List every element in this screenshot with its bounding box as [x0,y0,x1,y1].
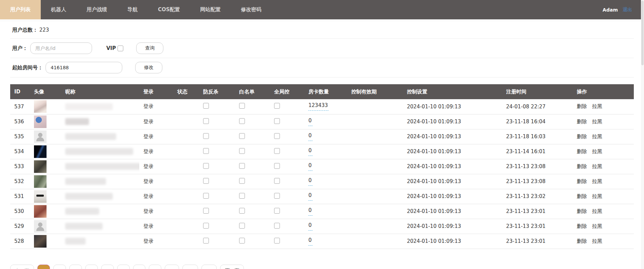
anti-kill-checkbox[interactable] [203,238,209,244]
whitelist-checkbox[interactable] [239,223,245,229]
page-button-7[interactable]: 7 [133,265,146,269]
delete-link[interactable]: 删除 [577,238,587,244]
whitelist-checkbox[interactable] [239,178,245,184]
blacklist-link[interactable]: 拉黑 [592,148,602,155]
delete-link[interactable]: 删除 [577,133,587,140]
global-control-checkbox[interactable] [274,163,280,169]
global-control-checkbox[interactable] [274,103,280,109]
room-cards-value[interactable]: 0 [308,192,312,201]
user-search-input[interactable] [30,42,92,54]
login-link[interactable]: 登录 [143,103,154,109]
login-link[interactable]: 登录 [143,208,154,214]
delete-link[interactable]: 删除 [577,193,587,199]
whitelist-checkbox[interactable] [239,133,245,139]
room-cards-value[interactable]: 0 [308,177,312,186]
anti-kill-checkbox[interactable] [203,118,209,124]
page-button-8[interactable]: 8 [149,265,161,269]
blacklist-link[interactable]: 拉黑 [592,103,602,109]
login-link[interactable]: 登录 [143,119,154,125]
global-control-checkbox[interactable] [274,133,280,139]
blacklist-link[interactable]: 拉黑 [592,238,602,244]
page-button-1[interactable]: 1 [37,265,50,269]
anti-kill-checkbox[interactable] [203,163,209,169]
whitelist-checkbox[interactable] [239,148,245,154]
delete-link[interactable]: 删除 [577,223,587,229]
global-control-checkbox[interactable] [274,178,280,184]
delete-link[interactable]: 删除 [577,163,587,169]
nav-tab-用户列表[interactable]: 用户列表 [0,0,41,19]
nav-tab-机器人[interactable]: 机器人 [41,0,76,19]
page-button-22[interactable]: 22 [182,265,198,269]
login-link[interactable]: 登录 [143,223,154,229]
blacklist-link[interactable]: 拉黑 [592,133,602,140]
login-link[interactable]: 登录 [143,238,154,244]
blacklist-link[interactable]: 拉黑 [592,193,602,199]
global-control-checkbox[interactable] [274,118,280,124]
room-cards-value[interactable]: 0 [308,222,312,231]
search-button[interactable]: 查询 [136,42,163,54]
whitelist-checkbox[interactable] [239,163,245,169]
global-control-checkbox[interactable] [274,148,280,154]
page-button-5[interactable]: 5 [101,265,114,269]
room-number-input[interactable] [46,62,122,73]
delete-link[interactable]: 删除 [577,178,587,184]
page-button-4[interactable]: 4 [85,265,98,269]
anti-kill-checkbox[interactable] [203,223,209,229]
anti-kill-checkbox[interactable] [203,193,209,199]
whitelist-checkbox[interactable] [239,118,245,124]
delete-link[interactable]: 删除 [577,148,587,155]
column-header-房卡数量: 房卡数量 [304,84,347,99]
scrollbar[interactable] [641,0,644,269]
page-button-2[interactable]: 2 [53,265,66,269]
blacklist-link[interactable]: 拉黑 [592,119,602,125]
anti-kill-checkbox[interactable] [203,178,209,184]
login-link[interactable]: 登录 [143,193,154,199]
blacklist-link[interactable]: 拉黑 [592,223,602,229]
global-control-checkbox[interactable] [274,208,280,214]
anti-kill-checkbox[interactable] [203,103,209,109]
login-link[interactable]: 登录 [143,178,154,184]
blacklist-link[interactable]: 拉黑 [592,163,602,169]
logout-link[interactable]: 退出 [623,7,632,13]
blacklist-link[interactable]: 拉黑 [592,178,602,184]
nav-tab-COS配置[interactable]: COS配置 [148,0,190,19]
room-cards-value[interactable]: 0 [308,132,312,141]
blacklist-link[interactable]: 拉黑 [592,208,602,214]
global-control-checkbox[interactable] [274,223,280,229]
vip-checkbox[interactable] [118,46,123,51]
room-cards-value[interactable]: 0 [308,147,312,156]
prev-page-button[interactable]: 上一页 [10,265,34,269]
whitelist-checkbox[interactable] [239,193,245,199]
scrollbar-thumb[interactable] [641,1,644,65]
nav-tab-用户战绩[interactable]: 用户战绩 [76,0,117,19]
room-cards-value[interactable]: 0 [308,207,312,216]
anti-kill-checkbox[interactable] [203,208,209,214]
page-button-6[interactable]: 6 [117,265,130,269]
global-control-checkbox[interactable] [274,193,280,199]
room-cards-value[interactable]: 0 [308,237,312,246]
next-page-button[interactable]: 下一页 [220,265,244,269]
whitelist-checkbox[interactable] [239,208,245,214]
anti-kill-checkbox[interactable] [203,133,209,139]
room-cards-value[interactable]: 123433 [308,102,328,111]
delete-link[interactable]: 删除 [577,208,587,214]
user-id-cell: 537 [10,99,30,114]
avatar-cell [30,99,61,114]
global-control-checkbox[interactable] [274,238,280,244]
page-button-3[interactable]: 3 [69,265,82,269]
page-button-23[interactable]: 23 [201,265,217,269]
whitelist-checkbox[interactable] [239,103,245,109]
login-link[interactable]: 登录 [143,148,154,155]
nav-tab-网站配置[interactable]: 网站配置 [190,0,231,19]
delete-link[interactable]: 删除 [577,119,587,125]
anti-kill-checkbox[interactable] [203,148,209,154]
room-cards-value[interactable]: 0 [308,118,312,126]
delete-link[interactable]: 删除 [577,103,587,109]
login-link[interactable]: 登录 [143,163,154,169]
room-cards-value[interactable]: 0 [308,162,312,171]
modify-button[interactable]: 修改 [135,62,162,73]
nav-tab-导航[interactable]: 导航 [117,0,148,19]
login-link[interactable]: 登录 [143,133,154,140]
nav-tab-修改密码[interactable]: 修改密码 [231,0,272,19]
whitelist-checkbox[interactable] [239,238,245,244]
